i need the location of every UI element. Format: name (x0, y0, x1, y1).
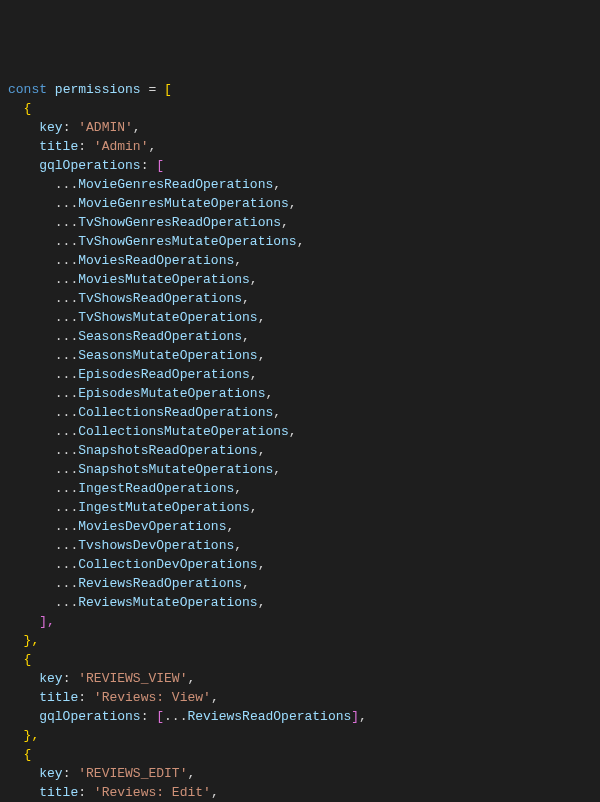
spread-item: ...ReviewsMutateOperations, (8, 595, 265, 610)
var-permissions: permissions (55, 82, 141, 97)
obj1-close: }, (8, 633, 39, 648)
spread-item: ...TvShowsReadOperations, (8, 291, 250, 306)
obj2-key: key: 'REVIEWS_VIEW', (8, 671, 195, 686)
obj1-arr-close: ], (8, 614, 55, 629)
obj2-close: }, (8, 728, 39, 743)
obj3-key: key: 'REVIEWS_EDIT', (8, 766, 195, 781)
spread-item: ...TvShowGenresReadOperations, (8, 215, 289, 230)
spread-item: ...SeasonsReadOperations, (8, 329, 250, 344)
spread-item: ...MoviesReadOperations, (8, 253, 242, 268)
spread-item: ...TvshowsDevOperations, (8, 538, 242, 553)
spread-item: ...SeasonsMutateOperations, (8, 348, 265, 363)
spread-item: ...CollectionDevOperations, (8, 557, 265, 572)
spread-item: ...TvShowGenresMutateOperations, (8, 234, 304, 249)
obj1-title: title: 'Admin', (8, 139, 156, 154)
spread-item: ...CollectionsReadOperations, (8, 405, 281, 420)
spread-item: ...SnapshotsReadOperations, (8, 443, 265, 458)
obj1-key: key: 'ADMIN', (8, 120, 141, 135)
spread-item: ...SnapshotsMutateOperations, (8, 462, 281, 477)
code-editor[interactable]: const permissions = [ { key: 'ADMIN', ti… (8, 80, 600, 802)
spread-item: ...EpisodesReadOperations, (8, 367, 258, 382)
line-decl: const permissions = [ (8, 82, 172, 97)
obj2-gql: gqlOperations: [...ReviewsReadOperations… (8, 709, 367, 724)
spread-item: ...ReviewsReadOperations, (8, 576, 250, 591)
obj3-open: { (8, 747, 31, 762)
obj2-open: { (8, 652, 31, 667)
spread-item: ...MovieGenresReadOperations, (8, 177, 281, 192)
spread-item: ...MovieGenresMutateOperations, (8, 196, 297, 211)
spread-item: ...MoviesMutateOperations, (8, 272, 258, 287)
spread-item: ...EpisodesMutateOperations, (8, 386, 273, 401)
spread-item: ...IngestReadOperations, (8, 481, 242, 496)
spread-item: ...CollectionsMutateOperations, (8, 424, 297, 439)
obj1-open: { (8, 101, 31, 116)
keyword-const: const (8, 82, 47, 97)
obj3-title: title: 'Reviews: Edit', (8, 785, 219, 800)
spread-item: ...MoviesDevOperations, (8, 519, 234, 534)
obj1-gql: gqlOperations: [ (8, 158, 164, 173)
obj2-title: title: 'Reviews: View', (8, 690, 219, 705)
spread-item: ...IngestMutateOperations, (8, 500, 258, 515)
spread-item: ...TvShowsMutateOperations, (8, 310, 265, 325)
